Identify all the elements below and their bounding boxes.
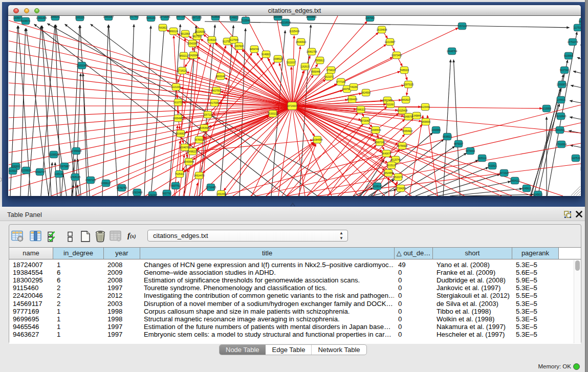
svg-text:7357224: 7357224 bbox=[458, 25, 467, 28]
svg-text:15807249: 15807249 bbox=[375, 141, 385, 144]
svg-text:3215958: 3215958 bbox=[542, 107, 551, 110]
svg-text:17957225: 17957225 bbox=[85, 179, 96, 182]
svg-text:7663822: 7663822 bbox=[158, 27, 167, 29]
svg-text:19384554: 19384554 bbox=[312, 139, 323, 141]
svg-text:17334263: 17334263 bbox=[396, 187, 406, 190]
svg-text:9657792: 9657792 bbox=[162, 192, 171, 195]
svg-text:9827503: 9827503 bbox=[192, 35, 202, 38]
svg-text:8454749: 8454749 bbox=[250, 48, 259, 51]
svg-text:20691406: 20691406 bbox=[36, 17, 47, 19]
svg-text:19756928: 19756928 bbox=[397, 145, 408, 147]
svg-text:417006: 417006 bbox=[210, 102, 219, 104]
svg-text:7515546: 7515546 bbox=[241, 19, 250, 22]
svg-text:8427552: 8427552 bbox=[212, 90, 221, 92]
svg-text:1292347: 1292347 bbox=[148, 194, 157, 196]
svg-text:14136141: 14136141 bbox=[372, 185, 383, 188]
svg-text:11156829: 11156829 bbox=[21, 169, 31, 172]
svg-text:2367608: 2367608 bbox=[234, 45, 244, 48]
svg-text:19524851: 19524851 bbox=[383, 172, 394, 174]
svg-text:16033809: 16033809 bbox=[306, 16, 317, 18]
svg-text:2522174: 2522174 bbox=[394, 176, 403, 179]
svg-text:9640674: 9640674 bbox=[382, 152, 391, 155]
svg-text:15409948: 15409948 bbox=[184, 161, 194, 163]
svg-text:7955812: 7955812 bbox=[315, 59, 324, 62]
svg-text:10975887: 10975887 bbox=[59, 165, 70, 168]
svg-text:11325419: 11325419 bbox=[289, 30, 300, 33]
svg-text:1167534: 1167534 bbox=[580, 168, 581, 170]
svg-text:20053346: 20053346 bbox=[77, 64, 88, 67]
svg-text:9463627: 9463627 bbox=[401, 99, 410, 101]
svg-text:5322037: 5322037 bbox=[287, 61, 296, 64]
svg-text:14914479: 14914479 bbox=[194, 174, 205, 177]
svg-text:8912954: 8912954 bbox=[181, 33, 190, 35]
svg-text:9474444: 9474444 bbox=[466, 150, 475, 152]
svg-text:15300213: 15300213 bbox=[268, 113, 278, 115]
svg-text:10688609: 10688609 bbox=[371, 129, 381, 132]
svg-text:12975115: 12975115 bbox=[403, 83, 414, 86]
svg-text:9329966: 9329966 bbox=[564, 55, 573, 57]
svg-text:1610755: 1610755 bbox=[173, 101, 183, 104]
svg-text:16961758: 16961758 bbox=[307, 51, 317, 53]
svg-text:16671355: 16671355 bbox=[191, 16, 202, 19]
svg-text:10654985: 10654985 bbox=[173, 117, 184, 120]
svg-text:2718126: 2718126 bbox=[178, 70, 187, 72]
svg-text:1167533: 1167533 bbox=[571, 157, 580, 160]
svg-text:1615132: 1615132 bbox=[387, 164, 396, 167]
svg-text:1667135: 1667135 bbox=[176, 16, 185, 18]
svg-text:9860124: 9860124 bbox=[169, 30, 178, 33]
svg-text:5498222: 5498222 bbox=[188, 150, 197, 153]
svg-text:1145134: 1145134 bbox=[54, 173, 63, 176]
svg-text:6794028: 6794028 bbox=[326, 69, 336, 72]
svg-text:9915916: 9915916 bbox=[9, 170, 17, 172]
svg-text:9146822: 9146822 bbox=[229, 16, 238, 19]
svg-text:15640910: 15640910 bbox=[296, 41, 307, 43]
svg-text:1440956: 1440956 bbox=[431, 129, 441, 132]
svg-text:8146328: 8146328 bbox=[207, 39, 216, 41]
svg-text:19166827: 19166827 bbox=[176, 133, 186, 135]
svg-text:1405571: 1405571 bbox=[13, 17, 23, 19]
svg-text:7632621: 7632621 bbox=[488, 165, 497, 167]
svg-text:6899695: 6899695 bbox=[421, 121, 430, 123]
svg-text:7515546: 7515546 bbox=[211, 16, 220, 18]
svg-text:2069141: 2069141 bbox=[51, 16, 60, 18]
svg-text:9245612: 9245612 bbox=[522, 187, 531, 190]
svg-text:9245613: 9245613 bbox=[533, 193, 542, 196]
svg-text:9657791: 9657791 bbox=[171, 185, 180, 187]
svg-text:10654112: 10654112 bbox=[510, 180, 520, 182]
svg-text:1527602: 1527602 bbox=[129, 16, 139, 18]
svg-text:8813054: 8813054 bbox=[579, 20, 581, 23]
svg-text:2935114: 2935114 bbox=[477, 157, 487, 160]
svg-text:1349844: 1349844 bbox=[412, 115, 421, 117]
svg-text:17016504: 17016504 bbox=[556, 143, 567, 146]
svg-text:9127546: 9127546 bbox=[229, 39, 238, 41]
svg-text:1244415: 1244415 bbox=[556, 99, 565, 101]
svg-text:1117532: 1117532 bbox=[573, 27, 581, 29]
svg-text:10973493: 10973493 bbox=[391, 54, 402, 57]
svg-text:9227342: 9227342 bbox=[560, 69, 569, 72]
svg-text:6966160: 6966160 bbox=[146, 17, 156, 19]
svg-text:1065326: 1065326 bbox=[75, 16, 84, 19]
svg-text:12213967: 12213967 bbox=[385, 41, 396, 43]
svg-text:2087682: 2087682 bbox=[365, 17, 375, 19]
svg-text:15720407: 15720407 bbox=[360, 120, 371, 122]
svg-text:7485003: 7485003 bbox=[400, 69, 409, 72]
svg-text:9146821: 9146821 bbox=[262, 53, 271, 56]
svg-text:15751074: 15751074 bbox=[568, 41, 578, 43]
svg-text:10653267: 10653267 bbox=[103, 16, 114, 18]
svg-text:22420046: 22420046 bbox=[188, 54, 199, 57]
svg-text:9115460: 9115460 bbox=[421, 106, 430, 108]
svg-text:18724007: 18724007 bbox=[287, 105, 298, 107]
svg-text:10543362: 10543362 bbox=[187, 42, 198, 45]
svg-text:16648784: 16648784 bbox=[447, 50, 458, 53]
svg-text:12093872: 12093872 bbox=[557, 83, 568, 86]
svg-text:1162615: 1162615 bbox=[300, 65, 310, 68]
svg-text:16120746: 16120746 bbox=[390, 159, 401, 161]
svg-text:10958127: 10958127 bbox=[101, 182, 112, 185]
svg-text:12942737: 12942737 bbox=[35, 171, 46, 173]
svg-text:8938923: 8938923 bbox=[443, 136, 452, 138]
svg-text:8471626: 8471626 bbox=[499, 172, 509, 174]
svg-text:7625402: 7625402 bbox=[175, 173, 184, 176]
svg-text:20206526: 20206526 bbox=[49, 154, 59, 156]
svg-text:8990448: 8990448 bbox=[311, 71, 320, 73]
svg-text:3824554: 3824554 bbox=[361, 92, 371, 94]
